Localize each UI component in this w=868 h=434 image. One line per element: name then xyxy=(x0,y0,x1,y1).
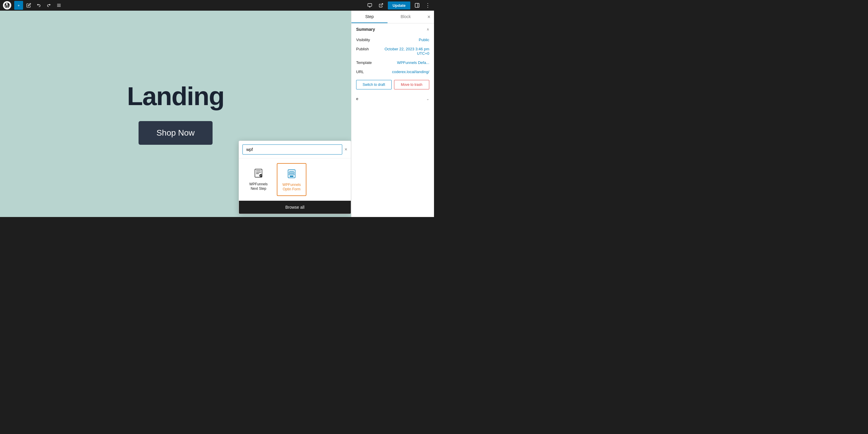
wpfunnels-optin-form-label: WPFunnels Optin Form xyxy=(281,183,302,192)
redo-button[interactable] xyxy=(44,1,53,10)
visibility-label: Visibility xyxy=(356,38,377,42)
url-label: URL xyxy=(356,69,377,74)
template-row: Template WPFunnels Defa... xyxy=(351,58,434,67)
wp-logo[interactable] xyxy=(2,1,12,10)
block-item-optin-form[interactable]: WPFunnels Optin Form xyxy=(277,163,306,196)
sidebar: Step Block × Summary ∧ Visibility Public… xyxy=(351,11,434,217)
tab-block[interactable]: Block xyxy=(388,11,424,23)
sidebar-header: Step Block × xyxy=(351,11,434,23)
wpfunnels-next-step-label: WPFunnels Next Step xyxy=(247,182,270,191)
publish-row: Publish October 22, 2023 3:46 pm UTC+0 xyxy=(351,44,434,58)
publish-label: Publish xyxy=(356,47,377,51)
canvas-area: Landing Shop Now + × xyxy=(0,11,351,217)
svg-rect-18 xyxy=(290,176,294,177)
template-dropdown-row[interactable]: e ⌄ xyxy=(356,96,429,101)
summary-title: Summary xyxy=(356,27,375,32)
canvas-content: Landing Shop Now + × xyxy=(0,11,351,217)
switch-to-draft-button[interactable]: Switch to draft xyxy=(356,80,392,89)
template-label: Template xyxy=(356,60,377,65)
block-inserter-items: WPFunnels Next Step xyxy=(239,158,351,201)
toolbar: + xyxy=(0,0,434,11)
add-block-button[interactable]: + xyxy=(14,1,23,10)
template-dropdown-label: e xyxy=(356,96,358,101)
toolbar-left: + xyxy=(2,1,364,10)
template-dropdown-chevron-icon: ⌄ xyxy=(426,97,429,101)
svg-rect-7 xyxy=(415,3,419,7)
edit-button[interactable] xyxy=(24,1,33,10)
desktop-preview-button[interactable] xyxy=(365,1,374,10)
wpfunnels-next-step-icon xyxy=(252,167,265,180)
template-dropdown-section: e ⌄ xyxy=(351,93,434,104)
svg-line-6 xyxy=(381,4,383,6)
main-layout: Landing Shop Now + × xyxy=(0,11,434,217)
browse-all-button[interactable]: Browse all xyxy=(239,201,351,214)
visibility-value[interactable]: Public xyxy=(419,38,429,42)
search-clear-button[interactable]: × xyxy=(345,147,347,152)
wpfunnels-optin-form-icon xyxy=(285,167,298,180)
shop-now-button[interactable]: Shop Now xyxy=(138,121,212,145)
url-row: URL coderex.local/landing/ xyxy=(351,67,434,76)
svg-rect-16 xyxy=(289,172,294,173)
undo-button[interactable] xyxy=(34,1,43,10)
publish-value[interactable]: October 22, 2023 3:46 pm UTC+0 xyxy=(381,47,429,56)
sidebar-toggle-button[interactable] xyxy=(413,1,422,10)
sidebar-actions: Switch to draft Move to trash xyxy=(351,76,434,93)
block-item-next-step[interactable]: WPFunnels Next Step xyxy=(244,163,273,196)
summary-chevron-icon: ∧ xyxy=(427,27,429,31)
block-inserter-search-container: × xyxy=(239,141,351,158)
template-value[interactable]: WPFunnels Defa... xyxy=(397,60,429,65)
tab-step[interactable]: Step xyxy=(351,11,388,23)
update-button[interactable]: Update xyxy=(388,1,410,9)
move-to-trash-button[interactable]: Move to trash xyxy=(394,80,430,89)
more-options-button[interactable]: ⋮ xyxy=(424,1,432,10)
list-view-button[interactable] xyxy=(55,1,63,10)
wp-logo-icon xyxy=(3,1,11,9)
svg-rect-3 xyxy=(368,4,372,6)
sidebar-close-button[interactable]: × xyxy=(424,11,434,23)
url-value[interactable]: coderex.local/landing/ xyxy=(392,69,429,74)
block-inserter-popup: × xyxy=(239,141,351,214)
toolbar-right: Update ⋮ xyxy=(365,1,432,10)
visibility-row: Visibility Public xyxy=(351,35,434,44)
svg-rect-17 xyxy=(289,174,294,175)
page-title: Landing xyxy=(127,83,224,109)
summary-header[interactable]: Summary ∧ xyxy=(351,23,434,35)
block-search-input[interactable] xyxy=(243,145,342,155)
preview-button[interactable] xyxy=(377,1,385,10)
